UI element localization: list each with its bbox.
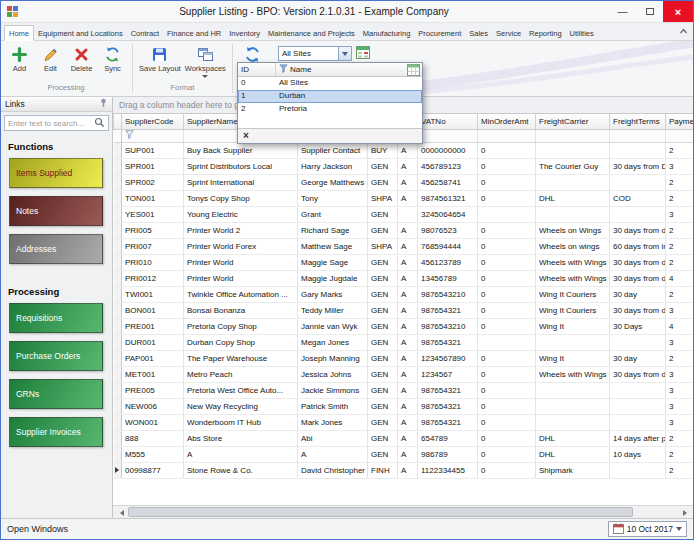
- grid-cell[interactable]: Stone Rowe & Co.: [184, 462, 298, 478]
- table-row[interactable]: PRE005Pretoria West Office Auto...Jackie…: [114, 382, 694, 398]
- grid-cell[interactable]: 98076523: [418, 222, 478, 238]
- table-row[interactable]: BON001Bonsai BonanzaTeddy MillerGENA9876…: [114, 302, 694, 318]
- grid-cell[interactable]: 456258741: [418, 174, 478, 190]
- grid-cell[interactable]: NEW006: [122, 398, 184, 414]
- tab-finance-and-hr[interactable]: Finance and HR: [163, 26, 225, 40]
- grid-cell[interactable]: Sprint International: [184, 174, 298, 190]
- table-row[interactable]: PAP001The Paper WarehouseJoseph ManningG…: [114, 350, 694, 366]
- grid-cell[interactable]: Pretoria Copy Shop: [184, 318, 298, 334]
- grid-cell[interactable]: Mark Jones: [298, 414, 368, 430]
- grid-cell[interactable]: 2: [666, 238, 694, 254]
- grid-cell[interactable]: 30 days from delivery: [610, 270, 666, 286]
- grid-cell[interactable]: Jackie Simmons: [298, 382, 368, 398]
- grid-cell[interactable]: 30 Days: [610, 318, 666, 334]
- grid-cell[interactable]: [536, 334, 610, 350]
- delete-button[interactable]: Delete: [66, 44, 97, 75]
- grid-cell[interactable]: 3: [666, 366, 694, 382]
- maximize-button[interactable]: [636, 1, 663, 22]
- scroll-right-arrow[interactable]: [680, 507, 692, 518]
- grid-cell[interactable]: 0: [478, 238, 536, 254]
- grid-cell[interactable]: Patrick Smith: [298, 398, 368, 414]
- grid-cell[interactable]: 2: [666, 286, 694, 302]
- grid-cell[interactable]: PRI007: [122, 238, 184, 254]
- table-row[interactable]: 888Abs StoreAbiGENA6547890DHL14 days aft…: [114, 430, 694, 446]
- grid-cell[interactable]: Abi: [298, 430, 368, 446]
- grid-cell[interactable]: Tony: [298, 190, 368, 206]
- table-row[interactable]: PRI007Printer World ForexMatthew SageSHP…: [114, 238, 694, 254]
- grid-cell[interactable]: A: [398, 158, 418, 174]
- grid-cell[interactable]: Wheels with Wings: [536, 366, 610, 382]
- grid-cell[interactable]: GEN: [368, 318, 398, 334]
- grid-cell[interactable]: A: [184, 446, 298, 462]
- tab-service[interactable]: Service: [492, 26, 525, 40]
- grid-cell[interactable]: A: [398, 318, 418, 334]
- grid-cell[interactable]: 4: [666, 318, 694, 334]
- pin-icon[interactable]: [99, 98, 108, 110]
- grid-cell[interactable]: 0000000000: [418, 142, 478, 158]
- table-row[interactable]: PRI005Printer World 2Richard SageGENA980…: [114, 222, 694, 238]
- grid-cell[interactable]: The Courier Guy: [536, 158, 610, 174]
- tab-equipment-and-locations[interactable]: Equipment and Locations: [34, 26, 127, 40]
- grid-cell[interactable]: 9876543210: [418, 318, 478, 334]
- grid-cell[interactable]: 9874561321: [418, 190, 478, 206]
- grid-cell[interactable]: GEN: [368, 206, 398, 222]
- grid-cell[interactable]: GEN: [368, 414, 398, 430]
- grid-cell[interactable]: 2: [666, 142, 694, 158]
- grid-cell[interactable]: TON001: [122, 190, 184, 206]
- grid-cell[interactable]: GEN: [368, 174, 398, 190]
- grid-cell[interactable]: PRI005: [122, 222, 184, 238]
- table-row[interactable]: DUR001Durban Copy ShopMegan JonesGENA987…: [114, 334, 694, 350]
- grid-cell[interactable]: A: [398, 286, 418, 302]
- grid-cell[interactable]: A: [398, 174, 418, 190]
- grid-cell[interactable]: 3: [666, 414, 694, 430]
- grid-cell[interactable]: Joseph Manning: [298, 350, 368, 366]
- grid-cell[interactable]: Bonsai Bonanza: [184, 302, 298, 318]
- filter-cell[interactable]: [666, 129, 694, 142]
- grid-cell[interactable]: A: [398, 190, 418, 206]
- filter-cell[interactable]: [536, 129, 610, 142]
- grid-cell[interactable]: 3: [666, 398, 694, 414]
- grid-cell[interactable]: 0: [478, 142, 536, 158]
- grid-cell[interactable]: Abs Store: [184, 430, 298, 446]
- grid-cell[interactable]: 987654321: [418, 334, 478, 350]
- column-header-freightcarrier[interactable]: FreightCarrier: [536, 114, 610, 129]
- grid-cell[interactable]: MET001: [122, 366, 184, 382]
- grid-cell[interactable]: 30 day: [610, 350, 666, 366]
- dropdown-row-all-sites[interactable]: 0All Sites: [238, 77, 422, 90]
- grid-cell[interactable]: 30 days from delivery: [610, 254, 666, 270]
- grid-cell[interactable]: GEN: [368, 254, 398, 270]
- grid-cell[interactable]: GEN: [368, 430, 398, 446]
- grid-cell[interactable]: SPR001: [122, 158, 184, 174]
- grid-cell[interactable]: A: [398, 270, 418, 286]
- column-header-minorderamt[interactable]: MinOrderAmt: [478, 114, 536, 129]
- grid-cell[interactable]: 30 days from Delivery: [610, 158, 666, 174]
- grid-cell[interactable]: Jannie van Wyk: [298, 318, 368, 334]
- grid-cell[interactable]: 30 days from delivery: [610, 302, 666, 318]
- column-header-paymen[interactable]: Paymen: [666, 114, 694, 129]
- grid-cell[interactable]: BUY: [368, 142, 398, 158]
- grid-cell[interactable]: Wing It: [536, 350, 610, 366]
- grid-cell[interactable]: 1122334455: [418, 462, 478, 478]
- grid-cell[interactable]: A: [398, 238, 418, 254]
- grid-cell[interactable]: Sprint Distributors Local: [184, 158, 298, 174]
- grid-cell[interactable]: 0: [478, 254, 536, 270]
- tab-utilities[interactable]: Utilities: [566, 26, 598, 40]
- table-row[interactable]: PRI010Printer WorldMaggie SageGENA456123…: [114, 254, 694, 270]
- grid-cell[interactable]: 3245064654: [418, 206, 478, 222]
- grid-cell[interactable]: 0: [478, 318, 536, 334]
- grid-cell[interactable]: DHL: [536, 430, 610, 446]
- grid-cell[interactable]: GEN: [368, 270, 398, 286]
- processing-button-requisitions[interactable]: Requisitions: [9, 303, 103, 333]
- sites-icon[interactable]: [356, 46, 370, 61]
- grid-cell[interactable]: BON001: [122, 302, 184, 318]
- tab-procurement[interactable]: Procurement: [414, 26, 465, 40]
- grid-cell[interactable]: 1234567890: [418, 350, 478, 366]
- grid-cell[interactable]: [610, 174, 666, 190]
- grid-cell[interactable]: [610, 414, 666, 430]
- grid-cell[interactable]: Tonys Copy Shop: [184, 190, 298, 206]
- grid-cell[interactable]: GEN: [368, 366, 398, 382]
- grid-cell[interactable]: Wheels with Wings: [536, 254, 610, 270]
- grid-cell[interactable]: Richard Sage: [298, 222, 368, 238]
- grid-cell[interactable]: 987654321: [418, 398, 478, 414]
- column-header-suppliercode[interactable]: SupplierCode: [122, 114, 184, 129]
